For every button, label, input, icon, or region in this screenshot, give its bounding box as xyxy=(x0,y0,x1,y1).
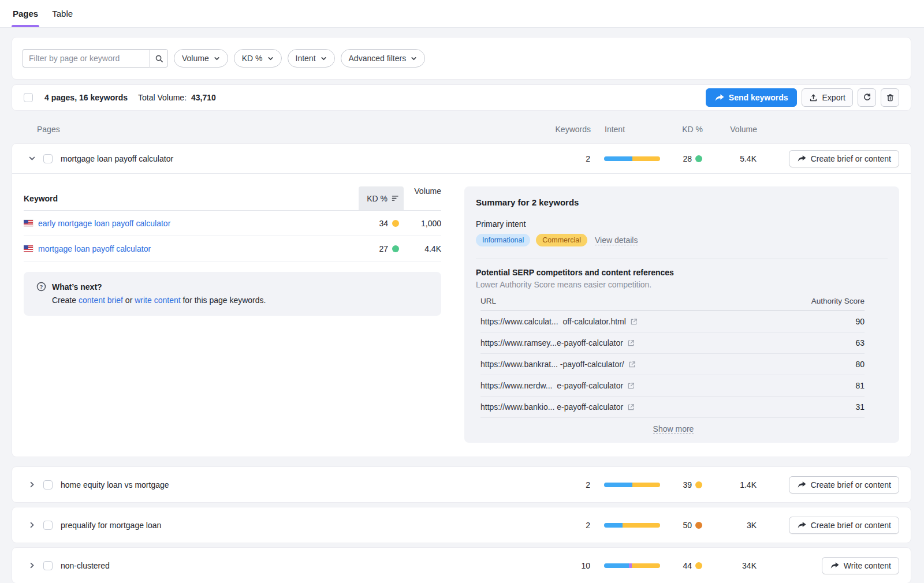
authority-score: 31 xyxy=(855,402,865,412)
volume-value: 34K xyxy=(720,561,770,570)
external-link-icon[interactable] xyxy=(627,403,635,411)
kd-sort-header[interactable]: KD % xyxy=(359,186,404,210)
write-content-label: Write content xyxy=(844,561,891,570)
serp-competitors-subtitle: Lower Authority Score means easier compe… xyxy=(476,280,888,289)
total-volume-value: 43,710 xyxy=(191,93,216,102)
page-title: non-clustered xyxy=(61,561,110,570)
kd-dot xyxy=(695,155,702,162)
create-brief-label: Create brief or content xyxy=(811,521,891,530)
row-checkbox[interactable] xyxy=(43,154,53,163)
select-all-checkbox[interactable] xyxy=(24,93,33,102)
keyword-column-header: Keyword xyxy=(24,194,359,203)
competitor-url: https://www.calculat... off-calculator.h… xyxy=(480,317,626,326)
trash-icon xyxy=(886,94,895,102)
divider xyxy=(476,259,888,259)
whats-next-title: What’s next? xyxy=(52,282,102,292)
content-brief-link[interactable]: content brief xyxy=(79,296,123,305)
keyword-volume-value: 1,000 xyxy=(404,219,441,228)
collapse-chevron-icon[interactable] xyxy=(27,154,36,163)
pages-table-header: Pages Keywords Intent KD % Volume xyxy=(12,115,911,143)
intent-filter-label: Intent xyxy=(296,54,316,63)
competitor-url: https://www.nerdw... e-payoff-calculator xyxy=(480,381,623,390)
search-input[interactable] xyxy=(23,49,150,68)
expand-chevron-icon[interactable] xyxy=(27,561,36,570)
create-brief-label: Create brief or content xyxy=(811,480,891,489)
keyword-volume-value: 4.4K xyxy=(404,244,441,253)
sort-descending-icon xyxy=(392,195,399,201)
volume-value: 5.4K xyxy=(720,154,770,163)
column-header-kd: KD % xyxy=(675,125,707,134)
create-brief-button[interactable]: Create brief or content xyxy=(789,517,899,534)
kd-value: 39 xyxy=(683,480,692,489)
external-link-icon[interactable] xyxy=(627,339,635,347)
primary-intent-label: Primary intent xyxy=(476,219,888,229)
keyword-row: early mortgage loan payoff calculator 34… xyxy=(24,211,441,236)
tab-table[interactable]: Table xyxy=(51,0,74,27)
expand-chevron-icon[interactable] xyxy=(27,480,36,489)
page-row: mortgage loan payoff calculator 2 28 5.4… xyxy=(12,150,911,167)
send-arrow-icon xyxy=(797,155,806,162)
intent-filter-dropdown[interactable]: Intent xyxy=(288,49,335,68)
write-content-button[interactable]: Write content xyxy=(822,557,899,574)
refresh-button[interactable] xyxy=(858,88,876,107)
send-arrow-icon xyxy=(797,481,806,488)
commercial-intent-badge: Commercial xyxy=(536,234,587,246)
top-tab-bar: Pages Table xyxy=(0,0,924,28)
send-arrow-icon xyxy=(797,521,806,529)
row-checkbox[interactable] xyxy=(43,521,53,530)
send-keywords-button[interactable]: Send keywords xyxy=(706,88,797,107)
competitor-row: https://www.bankio... e-payoff-calculato… xyxy=(480,397,865,418)
kd-dot xyxy=(392,220,399,227)
competitor-row: https://www.bankrat... -payoff-calculato… xyxy=(480,354,865,375)
page-title: prequalify for mortgage loan xyxy=(61,521,161,530)
create-brief-label: Create brief or content xyxy=(811,154,891,163)
keywords-count: 2 xyxy=(550,480,590,489)
external-link-icon[interactable] xyxy=(630,318,638,326)
kd-dot xyxy=(695,522,702,529)
advanced-filters-dropdown[interactable]: Advanced filters xyxy=(341,49,426,68)
volume-value: 1.4K xyxy=(720,480,770,489)
expand-chevron-icon[interactable] xyxy=(27,521,36,530)
export-button[interactable]: Export xyxy=(802,88,853,107)
kd-dot xyxy=(695,562,702,569)
advanced-filters-label: Advanced filters xyxy=(349,54,407,63)
tab-table-label: Table xyxy=(52,9,73,18)
authority-score: 90 xyxy=(855,317,865,326)
send-arrow-icon xyxy=(830,562,839,569)
competitors-table: URL Authority Score https://www.calculat… xyxy=(480,297,865,433)
keyword-link[interactable]: mortgage loan payoff calculator xyxy=(38,244,151,253)
volume-column-header: Volume xyxy=(404,186,441,210)
show-more-link[interactable]: Show more xyxy=(653,424,694,434)
search-icon xyxy=(155,54,163,63)
delete-button[interactable] xyxy=(881,88,899,107)
row-checkbox[interactable] xyxy=(43,480,53,489)
intent-bar xyxy=(604,563,660,568)
kd-filter-dropdown[interactable]: KD % xyxy=(234,49,282,68)
us-flag-icon xyxy=(24,245,33,252)
column-header-volume: Volume xyxy=(721,125,770,134)
question-circle-icon: ? xyxy=(36,282,46,292)
volume-filter-label: Volume xyxy=(182,54,209,63)
search-button[interactable] xyxy=(150,49,168,68)
authority-score-column-header: Authority Score xyxy=(811,297,865,305)
kd-value: 28 xyxy=(683,154,692,163)
keyword-link[interactable]: early mortgage loan payoff calculator xyxy=(38,219,170,228)
intent-bar xyxy=(604,156,660,161)
view-details-link[interactable]: View details xyxy=(595,236,638,245)
send-arrow-icon xyxy=(714,94,724,102)
selection-summary: 4 pages, 16 keywords xyxy=(44,93,128,102)
refresh-icon xyxy=(863,94,871,102)
page-card-home-equity-loan-vs-mortgage: home equity loan vs mortgage 2 39 1.4K C… xyxy=(12,466,911,503)
volume-filter-dropdown[interactable]: Volume xyxy=(174,49,228,68)
total-volume: Total Volume: 43,710 xyxy=(138,93,216,102)
external-link-icon[interactable] xyxy=(627,382,635,390)
create-brief-button[interactable]: Create brief or content xyxy=(789,150,899,167)
external-link-icon[interactable] xyxy=(628,361,636,368)
write-content-link[interactable]: write content xyxy=(135,296,180,305)
whats-next-box: ? What’s next? Create content brief or w… xyxy=(24,272,441,316)
keywords-count: 10 xyxy=(550,561,590,570)
row-checkbox[interactable] xyxy=(43,561,53,570)
tab-pages[interactable]: Pages xyxy=(12,0,39,27)
create-brief-button[interactable]: Create brief or content xyxy=(789,476,899,494)
informational-intent-badge: Informational xyxy=(476,234,530,246)
